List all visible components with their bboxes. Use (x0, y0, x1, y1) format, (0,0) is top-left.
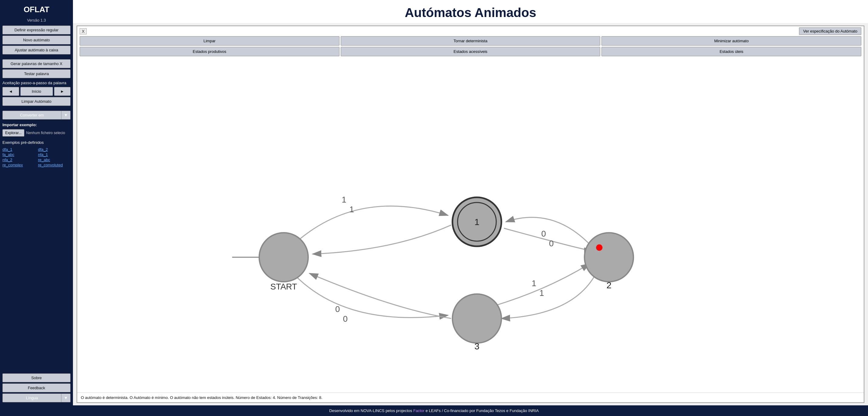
example-dfa2[interactable]: dfa_2 (38, 147, 70, 152)
automaton-svg: 1 1 0 0 0 0 1 1 (77, 57, 864, 393)
lingua-dropdown-icon[interactable]: ▼ (61, 393, 70, 402)
lingua-row: Língua ▼ (2, 393, 70, 402)
estados-prod-btn[interactable]: Estados produtivos (80, 47, 339, 56)
converter-row: Converter em ▼ (2, 111, 70, 120)
novo-automato-button[interactable]: Novo autómato (2, 36, 70, 44)
sidebar: OFLAT Versão 1.3 Definir expressão regul… (0, 0, 73, 405)
example-nfa2[interactable]: nfa_2 (2, 157, 35, 162)
converter-dropdown-icon[interactable]: ▼ (61, 111, 70, 120)
step-label: Aceitação passo-a-passo da palavra (2, 81, 70, 85)
node-3[interactable] (453, 294, 501, 343)
node-2[interactable] (584, 233, 633, 281)
edge-3-2 (495, 264, 590, 306)
node-3-label: 3 (474, 341, 479, 351)
limpar-btn[interactable]: Limpar (80, 36, 339, 46)
sidebar-bottom: Sobre Feedback Língua ▼ (2, 374, 70, 402)
app-version: Versão 1.3 (2, 18, 70, 23)
tornar-det-btn[interactable]: Tornar determinista (341, 36, 600, 46)
edge-3-2-label2: 1 (539, 288, 544, 298)
next-step-button[interactable]: ► (54, 87, 71, 96)
footer-text-before: Desenvolvido em NOVA-LINCS pelos project… (329, 408, 413, 413)
node-start-label: START (271, 282, 297, 291)
example-re-complex[interactable]: re_complex (2, 163, 35, 167)
edge-start-1-label2: 1 (349, 205, 354, 214)
edge-start-3-label: 0 (335, 304, 340, 314)
edge-3-start (309, 273, 451, 318)
node-1-label: 1 (474, 217, 479, 227)
page-title: Autómatos Animados (73, 0, 868, 23)
examples-label: Exemplos pré-definidos (2, 140, 70, 145)
definir-expressao-button[interactable]: Definir expressão regular (2, 26, 70, 34)
prev-step-button[interactable]: ◄ (2, 87, 19, 96)
edge-start-1 (290, 206, 448, 248)
edge-start-3-label2: 0 (343, 314, 347, 324)
examples-grid: dfa_1 dfa_2 fa_abc nfa_1 nfa_2 re_abc re… (2, 147, 70, 167)
footer-text-after: e LEAFs / Co-financiado por Fundação Tez… (425, 408, 539, 413)
example-re-convoluted[interactable]: re_convoluted (38, 163, 70, 167)
lingua-label: Língua (2, 393, 61, 402)
testar-palavra-button[interactable]: Testar palavra (2, 69, 70, 78)
toolbar-row-2: Estados produtivos Estados acessíveis Es… (77, 47, 864, 57)
step-controls: ◄ Início ► (2, 87, 70, 96)
inicio-button[interactable]: Início (20, 87, 53, 96)
feedback-button[interactable]: Feedback (2, 383, 70, 392)
edge-2-3 (501, 273, 596, 318)
node-start[interactable] (259, 233, 308, 281)
close-button[interactable]: X (80, 28, 87, 34)
file-row: Explorar... Nenhum ficheiro selecio (2, 129, 70, 137)
app-title: OFLAT (2, 3, 70, 16)
minimizar-btn[interactable]: Minimizar autómato (601, 36, 861, 46)
edge-3-2-label: 1 (532, 278, 536, 288)
example-nfa1[interactable]: nfa_1 (38, 152, 70, 157)
edge-1-2 (504, 228, 593, 251)
toolbar-row-1: Limpar Tornar determinista Minimizar aut… (77, 36, 864, 47)
edge-start-1-label: 1 (342, 195, 346, 204)
explorar-button[interactable]: Explorar... (2, 129, 24, 137)
example-re-abc[interactable]: re_abc (38, 157, 70, 162)
ajustar-button[interactable]: Ajustar autómato à caixa (2, 46, 70, 54)
footer-factor: Factor (413, 408, 425, 413)
content-area: Autómatos Animados X Ver especificação d… (73, 0, 868, 405)
import-label: Importar exemplo: (2, 123, 70, 127)
automaton-area: 1 1 0 0 0 0 1 1 (77, 57, 864, 393)
edge-1-2-label: 0 (541, 229, 546, 238)
edge-start-3 (290, 270, 448, 318)
edge-1-start (313, 225, 451, 254)
gerar-palavras-button[interactable]: Gerar palavras de tamanho X (2, 59, 70, 68)
converter-button[interactable]: Converter em (2, 111, 61, 120)
canvas-panel: X Ver especificação do Autómato Limpar T… (76, 26, 864, 403)
edge-1-2-label2: 0 (549, 239, 554, 248)
limpar-automato-button[interactable]: Limpar Autómato (2, 97, 70, 106)
node-2-red-dot (596, 244, 602, 251)
ver-spec-button[interactable]: Ver especificação do Autómato (799, 27, 861, 35)
sobre-button[interactable]: Sobre (2, 374, 70, 382)
example-fa-abc[interactable]: fa_abc (2, 152, 35, 157)
example-dfa1[interactable]: dfa_1 (2, 147, 35, 152)
canvas-topbar: X Ver especificação do Autómato (77, 26, 864, 36)
estados-uteis-btn[interactable]: Estados úteis (601, 47, 861, 56)
node-2-label: 2 (606, 280, 612, 290)
status-text: O autómato é determinista. O Autómato é … (81, 395, 322, 400)
estados-acess-btn[interactable]: Estados acessíveis (341, 47, 600, 56)
footer: Desenvolvido em NOVA-LINCS pelos project… (0, 405, 868, 416)
file-name-label: Nenhum ficheiro selecio (26, 131, 65, 135)
status-bar: O autómato é determinista. O Autómato é … (77, 393, 864, 402)
